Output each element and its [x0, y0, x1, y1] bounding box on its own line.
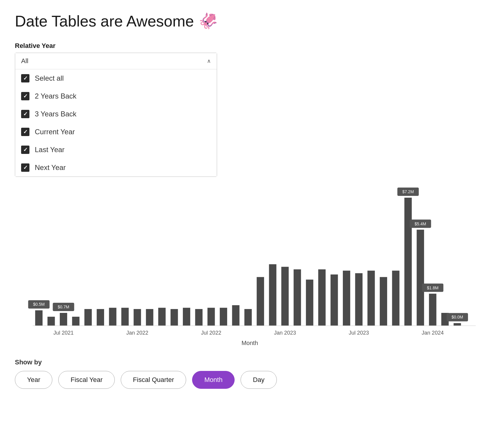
bar-23[interactable] [318, 269, 326, 326]
bar-22[interactable] [306, 280, 313, 326]
checkbox-3-years-back[interactable] [21, 110, 29, 118]
dropdown-header[interactable]: All ∧ [15, 53, 217, 69]
dropdown-list: Select all2 Years Back3 Years BackCurren… [15, 69, 217, 177]
show-by-btn-month[interactable]: Month [192, 371, 235, 389]
chevron-up-icon: ∧ [207, 58, 211, 64]
dropdown-item-last-year[interactable]: Last Year [15, 141, 217, 159]
dropdown-selected-value: All [21, 57, 28, 65]
tooltip-text-31: $5.4M [414, 221, 426, 226]
show-by-btn-day[interactable]: Day [241, 371, 277, 389]
bar-28[interactable] [380, 277, 387, 326]
dropdown-item-label-last-year: Last Year [35, 146, 65, 154]
bar-29[interactable] [392, 271, 400, 326]
dropdown-item-next-year[interactable]: Next Year [15, 159, 217, 177]
bar-chart: $0.5M$0.7M$7.2M$5.4M$1.8M$0.0MJul 2021Ja… [15, 186, 485, 347]
tooltip-text-0: $0.5M [33, 302, 45, 307]
bar-31[interactable] [417, 230, 424, 326]
dropdown-item-label-2-years-back: 2 Years Back [35, 92, 76, 100]
bar-32[interactable] [429, 294, 437, 326]
dropdown-item-label-current-year: Current Year [35, 128, 75, 136]
bar-9[interactable] [146, 309, 153, 326]
show-by-btn-fiscal-year[interactable]: Fiscal Year [58, 371, 115, 389]
dropdown-item-label-next-year: Next Year [35, 163, 66, 172]
page-title: Date Tables are Awesome 🦑 [15, 12, 489, 30]
bar-17[interactable] [244, 309, 252, 326]
bar-19[interactable] [269, 264, 277, 326]
relative-year-label: Relative Year [15, 42, 489, 50]
checkbox-last-year[interactable] [21, 146, 29, 154]
bar-26[interactable] [355, 273, 362, 326]
dropdown-item-current-year[interactable]: Current Year [15, 123, 217, 141]
dropdown-item-3-years-back[interactable]: 3 Years Back [15, 105, 217, 123]
tooltip-text-32: $1.8M [427, 285, 439, 290]
bar-7[interactable] [121, 308, 129, 326]
bar-20[interactable] [281, 267, 289, 326]
x-label-3: Jan 2023 [274, 330, 296, 336]
x-axis-label: Month [241, 340, 258, 346]
bar-27[interactable] [368, 271, 375, 326]
show-by-label: Show by [15, 358, 489, 366]
bar-12[interactable] [183, 308, 190, 326]
dropdown-item-select-all[interactable]: Select all [15, 69, 217, 87]
tooltip-text-34: $0.0M [451, 315, 463, 319]
checkbox-2-years-back[interactable] [21, 92, 29, 100]
x-label-1: Jan 2022 [126, 330, 148, 336]
relative-year-section: Relative Year All ∧ Select all2 Years Ba… [15, 42, 489, 177]
x-label-0: Jul 2021 [53, 330, 73, 336]
show-by-buttons: YearFiscal YearFiscal QuarterMonthDay [15, 371, 489, 389]
bar-13[interactable] [195, 309, 202, 326]
bar-8[interactable] [134, 309, 141, 326]
tooltip-text-30: $7.2M [402, 189, 414, 194]
bar-6[interactable] [109, 308, 117, 326]
show-by-btn-fiscal-quarter[interactable]: Fiscal Quarter [121, 371, 186, 389]
checkbox-current-year[interactable] [21, 128, 29, 136]
bar-2[interactable] [60, 313, 67, 326]
squid-icon: 🦑 [199, 12, 218, 30]
dropdown-item-label-3-years-back: 3 Years Back [35, 110, 76, 118]
bar-24[interactable] [331, 274, 338, 326]
x-label-5: Jan 2024 [422, 330, 444, 336]
bar-14[interactable] [208, 308, 215, 326]
chart-section: $0.5M$0.7M$7.2M$5.4M$1.8M$0.0MJul 2021Ja… [15, 186, 489, 347]
bar-5[interactable] [97, 309, 104, 326]
show-by-section: Show by YearFiscal YearFiscal QuarterMon… [15, 358, 489, 389]
bar-0[interactable] [35, 310, 43, 326]
bar-15[interactable] [220, 308, 227, 326]
show-by-btn-year[interactable]: Year [15, 371, 52, 389]
bar-34[interactable] [454, 323, 461, 326]
bar-21[interactable] [293, 269, 301, 326]
dropdown-item-2-years-back[interactable]: 2 Years Back [15, 87, 217, 105]
bar-1[interactable] [48, 317, 55, 326]
bar-3[interactable] [72, 317, 79, 326]
relative-year-dropdown[interactable]: All ∧ Select all2 Years Back3 Years Back… [15, 53, 217, 177]
bar-18[interactable] [257, 277, 264, 326]
bar-25[interactable] [343, 271, 350, 326]
x-label-2: Jul 2022 [201, 330, 221, 336]
bar-16[interactable] [232, 305, 240, 326]
bar-10[interactable] [158, 308, 166, 326]
checkbox-next-year[interactable] [21, 163, 29, 172]
bar-4[interactable] [84, 309, 92, 326]
checkbox-select-all[interactable] [21, 74, 29, 82]
bar-11[interactable] [171, 309, 178, 326]
tooltip-text-2: $0.7M [58, 305, 69, 309]
bar-30[interactable] [404, 198, 412, 326]
title-text: Date Tables are Awesome [15, 12, 194, 30]
x-label-4: Jul 2023 [349, 330, 369, 336]
dropdown-item-label-select-all: Select all [35, 74, 64, 82]
